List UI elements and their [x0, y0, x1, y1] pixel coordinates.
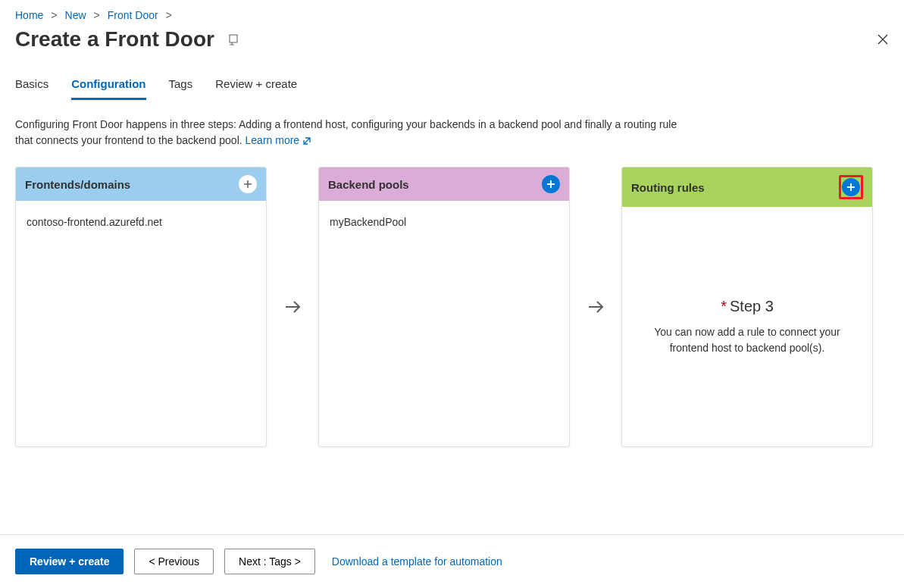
review-create-button[interactable]: Review + create [15, 549, 124, 574]
routing-step-title: *Step 3 [721, 298, 774, 315]
pin-icon[interactable] [228, 33, 240, 45]
external-link-icon [302, 136, 311, 145]
breadcrumb-frontdoor[interactable]: Front Door [108, 9, 158, 21]
learn-more-link[interactable]: Learn more [246, 133, 312, 149]
frontends-header: Frontends/domains [16, 167, 266, 201]
backend-pools-title: Backend pools [328, 178, 409, 191]
arrow-right-icon [279, 297, 306, 317]
breadcrumb-new[interactable]: New [65, 9, 86, 21]
chevron-right-icon: > [94, 9, 100, 21]
add-routing-rule-highlight [839, 175, 863, 199]
frontends-title: Frontends/domains [25, 178, 130, 191]
routing-rules-card: Routing rules *Step 3 You can now add a … [621, 167, 873, 447]
backend-pools-card: Backend pools myBackendPool [318, 167, 570, 447]
frontends-card: Frontends/domains contoso-frontend.azure… [15, 167, 267, 447]
add-routing-rule-button[interactable] [842, 178, 860, 196]
backend-pool-item[interactable]: myBackendPool [330, 211, 558, 233]
previous-button[interactable]: < Previous [134, 549, 214, 574]
routing-step-text: You can now add a rule to connect your f… [643, 324, 851, 356]
svg-rect-0 [230, 35, 237, 42]
description-text: Configuring Front Door happens in three … [15, 118, 677, 146]
tab-review-create[interactable]: Review + create [215, 71, 297, 100]
arrow-right-icon [582, 297, 609, 317]
page-title: Create a Front Door [15, 27, 214, 52]
breadcrumb: Home > New > Front Door > [0, 0, 904, 24]
close-icon[interactable] [877, 33, 889, 45]
wizard-footer: Review + create < Previous Next : Tags >… [0, 534, 904, 588]
required-asterisk: * [721, 298, 727, 314]
title-bar: Create a Front Door [0, 24, 904, 71]
add-backend-pool-button[interactable] [542, 175, 560, 193]
breadcrumb-home[interactable]: Home [15, 9, 43, 21]
next-button[interactable]: Next : Tags > [224, 549, 315, 574]
configuration-steps: Frontends/domains contoso-frontend.azure… [0, 167, 904, 447]
backend-pools-header: Backend pools [319, 167, 569, 201]
download-template-link[interactable]: Download a template for automation [332, 555, 502, 568]
tab-bar: Basics Configuration Tags Review + creat… [0, 71, 904, 100]
add-frontend-button[interactable] [239, 175, 257, 193]
tab-configuration[interactable]: Configuration [71, 71, 145, 100]
configuration-description: Configuring Front Door happens in three … [0, 100, 697, 167]
plus-icon [846, 182, 856, 192]
plus-icon [546, 179, 556, 189]
tab-tags[interactable]: Tags [169, 71, 193, 100]
routing-rules-header: Routing rules [622, 167, 872, 207]
routing-rules-title: Routing rules [631, 181, 705, 194]
tab-basics[interactable]: Basics [15, 71, 48, 100]
chevron-right-icon: > [166, 9, 172, 21]
plus-icon [242, 179, 253, 189]
frontend-item[interactable]: contoso-frontend.azurefd.net [27, 211, 255, 233]
chevron-right-icon: > [51, 9, 57, 21]
